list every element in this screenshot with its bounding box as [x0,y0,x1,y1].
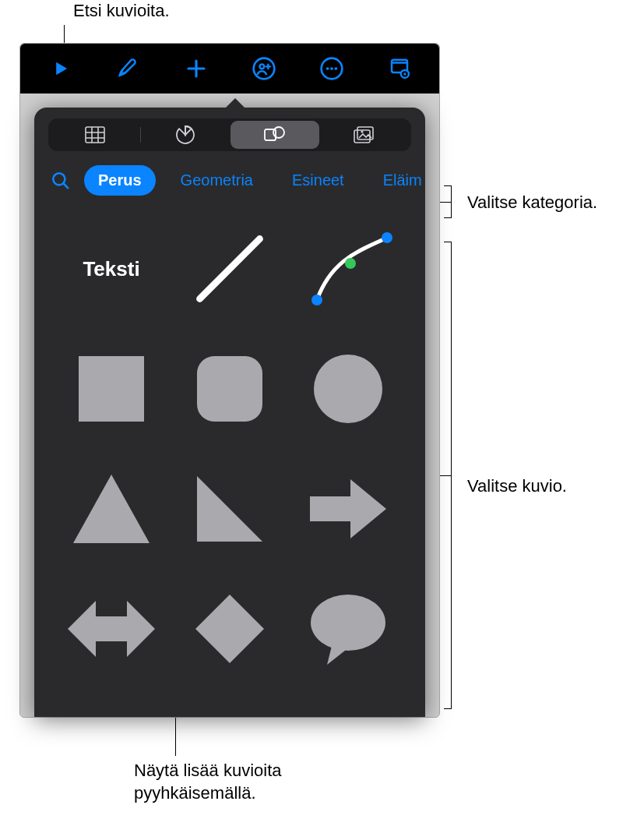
svg-marker-27 [195,595,264,663]
callout-search-text: Etsi kuvioita. [73,1,170,20]
category-geometria-label: Geometria [181,171,253,189]
bracket-category [444,185,452,218]
shapes-grid[interactable]: Teksti [34,207,425,717]
shape-text-label: Teksti [83,257,139,281]
category-geometria[interactable]: Geometria [167,165,267,196]
plus-icon[interactable] [178,50,215,87]
svg-line-16 [200,239,260,299]
svg-rect-21 [197,356,262,422]
shape-triangle[interactable] [58,454,165,563]
insert-popover: Perus Geometria Esineet Eläim Teksti [34,108,425,717]
callout-category: Valitse kategoria. [467,192,597,214]
svg-point-5 [334,67,337,70]
svg-point-18 [382,232,392,243]
insert-type-segment [48,118,411,151]
ellipsis-circle-icon[interactable] [313,50,350,87]
shape-speech-bubble[interactable] [294,574,402,683]
category-elaimet[interactable]: Eläim [369,165,425,196]
svg-rect-9 [86,127,104,143]
segment-tables[interactable] [51,121,140,149]
svg-point-3 [326,67,329,70]
shape-text[interactable]: Teksti [58,214,165,323]
category-esineet[interactable]: Esineet [278,165,358,196]
brush-icon[interactable] [110,50,147,87]
shape-arrow-right[interactable] [294,454,402,563]
shape-line[interactable] [176,214,283,323]
shape-right-triangle[interactable] [176,454,283,563]
shape-square[interactable] [58,334,165,443]
svg-marker-23 [73,475,150,543]
svg-marker-25 [310,479,386,538]
svg-rect-20 [79,356,144,422]
callout-swipe: Näytä lisää kuvioita pyyhkäisemällä. [134,760,282,804]
svg-marker-24 [197,476,262,542]
svg-marker-26 [68,601,155,657]
svg-point-22 [314,355,382,423]
callout-shape-text: Valitse kuvio. [467,476,567,496]
shape-arrow-both[interactable] [58,574,165,683]
shape-circle[interactable] [294,334,402,443]
svg-point-1 [259,64,264,69]
bracket-shape [444,242,452,709]
svg-point-28 [311,595,385,651]
search-icon[interactable] [48,168,73,193]
callout-category-text: Valitse kategoria. [467,192,597,212]
category-esineet-label: Esineet [292,171,344,189]
segment-charts[interactable] [141,121,231,149]
shape-diamond[interactable] [176,574,283,683]
callout-swipe-text2: pyyhkäisemällä. [134,782,282,805]
shape-arrow-block-left[interactable] [58,694,165,717]
callout-search: Etsi kuvioita. [73,0,170,23]
segment-shapes[interactable] [231,121,320,149]
svg-marker-29 [327,646,349,665]
play-icon[interactable] [42,50,79,87]
svg-point-17 [311,295,322,305]
popover-container: Perus Geometria Esineet Eläim Teksti [20,94,439,717]
callout-swipe-text1: Näytä lisää kuvioita [134,760,282,782]
svg-point-19 [345,258,356,269]
category-elaimet-label: Eläim [383,171,422,189]
shape-curve-pen[interactable] [294,214,402,323]
svg-point-13 [361,130,363,132]
shape-category-row[interactable]: Perus Geometria Esineet Eläim [34,161,425,207]
category-perus[interactable]: Perus [84,165,156,196]
callout-shape: Valitse kuvio. [467,475,567,498]
segment-media[interactable] [319,121,409,149]
device-frame: Perus Geometria Esineet Eläim Teksti [19,43,440,718]
person-add-circle-icon[interactable] [245,50,283,87]
shape-rounded-square[interactable] [176,334,283,443]
presenter-icon[interactable] [381,50,418,87]
popover-arrow [224,98,246,109]
svg-point-4 [330,67,333,70]
shape-star[interactable] [294,694,402,717]
svg-point-8 [403,72,406,75]
category-perus-label: Perus [98,171,142,189]
shape-pentagon[interactable] [176,694,283,717]
app-toolbar [20,44,439,94]
